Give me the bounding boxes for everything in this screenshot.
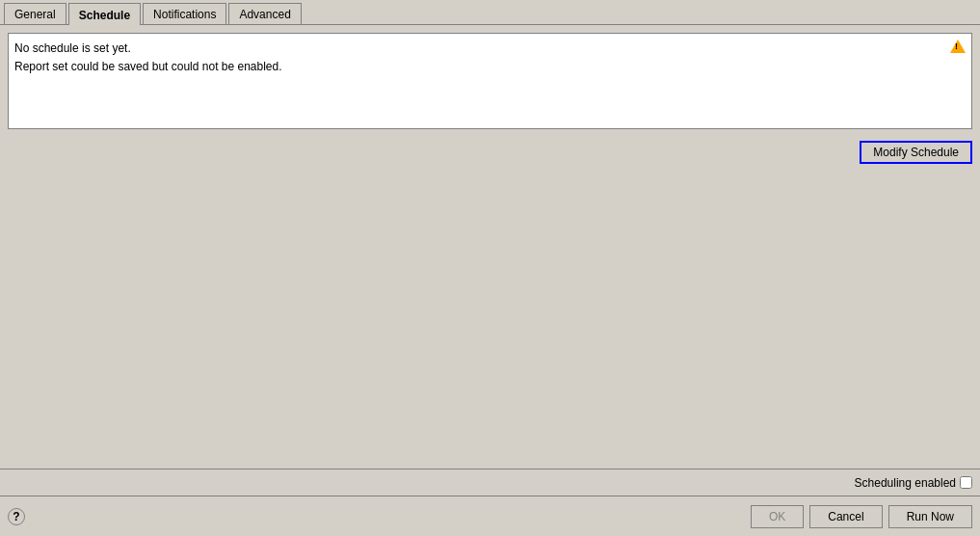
cancel-button[interactable]: Cancel [809, 505, 882, 528]
run-now-button[interactable]: Run Now [888, 505, 972, 528]
bottom-bar: Scheduling enabled [0, 469, 980, 496]
help-icon[interactable]: ? [8, 508, 25, 525]
tab-advanced[interactable]: Advanced [228, 3, 301, 24]
main-content: No schedule is set yet. Report set could… [0, 25, 980, 469]
footer-buttons: OK Cancel Run Now [751, 505, 972, 528]
tab-schedule[interactable]: Schedule [68, 3, 141, 25]
tab-bar: General Schedule Notifications Advanced [0, 0, 980, 25]
modify-schedule-button[interactable]: Modify Schedule [860, 141, 972, 164]
info-text: No schedule is set yet. Report set could… [14, 40, 966, 76]
info-panel: No schedule is set yet. Report set could… [8, 33, 972, 129]
ok-button[interactable]: OK [751, 505, 804, 528]
scheduling-label: Scheduling enabled [855, 476, 956, 490]
tab-notifications[interactable]: Notifications [143, 3, 226, 24]
scheduling-enabled-checkbox[interactable] [960, 476, 972, 489]
warning-icon [950, 40, 966, 55]
tab-general[interactable]: General [4, 3, 66, 24]
footer: ? OK Cancel Run Now [0, 496, 980, 536]
button-row: Modify Schedule [8, 141, 972, 164]
